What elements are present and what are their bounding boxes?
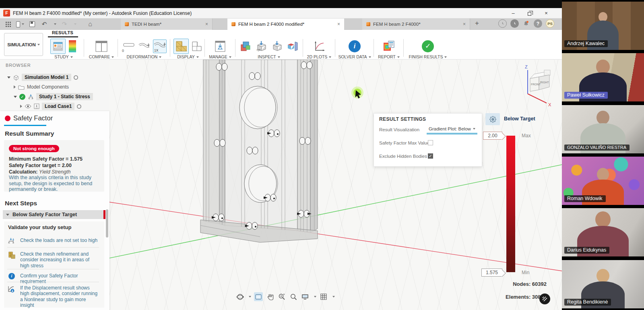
meeting-participants-sidebar: Andrzej Kawalec Paweł Sułkowicz GONZALO … [562,0,644,310]
display-settings-caret-icon[interactable] [314,296,316,298]
report-icon[interactable] [382,39,396,53]
step-nonlinear-study[interactable]: If the Displacement result shows high di… [7,285,99,308]
participant-video[interactable]: Regita Bendikienė [562,260,644,308]
participant-video[interactable]: Paweł Sułkowicz [562,53,644,101]
tab-close-icon[interactable]: × [332,21,340,27]
participant-video[interactable]: Andrzej Kawalec [562,2,644,50]
tree-item-simulation-model[interactable]: Simulation Model 1 [7,72,78,82]
redo-button[interactable] [60,20,68,28]
grid-settings-caret-icon[interactable] [332,296,335,298]
participant-video[interactable]: GONZALO VALIÑO RIESTRA [562,105,644,153]
visibility-radio-icon[interactable] [77,104,81,109]
participant-silhouette [597,111,609,124]
notifications-bell-icon[interactable] [522,19,530,28]
legend-settings-button[interactable] [485,113,500,125]
safety-factor-max-value-checkbox[interactable] [428,140,433,145]
display-bodies-icon[interactable] [191,39,203,53]
exclude-hidden-bodies-checkbox[interactable]: ✓ [428,153,433,159]
result-visualization-dropdown[interactable]: Gradient Plot: Below [427,125,477,134]
save-button[interactable] [28,20,36,28]
minimize-button[interactable]: – [506,8,520,19]
orbit-caret-icon[interactable] [249,296,251,298]
participant-video[interactable]: Roman Wdowik [562,157,644,205]
step-confirm-requirement[interactable]: i Confirm your Safety Factor requirement [7,273,99,285]
participant-name: Roman Wdowik [564,195,606,202]
fusion-app-icon: F [3,10,10,17]
close-button[interactable]: × [539,8,553,19]
dropdown-caret-icon [397,56,400,58]
new-tab-button[interactable]: + [475,19,479,27]
tab-tedi-h-beam[interactable]: TEDI H beam* × [121,19,213,30]
tab-fem-h-beam[interactable]: FEM H beam 2 F4000* × [362,19,470,30]
exclude-hidden-bodies-label: Exclude Hidden Bodies [379,154,427,159]
tab-fem-h-beam-modified[interactable]: FEM H beam 2 F4000 modified* × [227,19,344,30]
pan-icon[interactable] [266,292,275,301]
group-display: DISPLAY [172,38,204,59]
tab-label: TEDI H beam* [132,22,161,27]
redo-caret-icon[interactable] [74,23,76,25]
file-menu-button[interactable] [16,20,24,28]
step-check-mesh[interactable]: Check the mesh refinement and consider i… [7,251,99,269]
tree-item-model-components[interactable]: Model Components [14,82,69,92]
tree-item-load-case1[interactable]: Load Case1 [20,101,81,111]
chevron-down-icon[interactable] [14,96,17,98]
chevron-right-icon[interactable] [20,105,22,108]
chevron-right-icon[interactable] [14,85,16,89]
step-check-loads[interactable]: Check the loads are not set too high [7,238,99,245]
grid-settings-icon[interactable] [319,292,328,301]
ribbon-tab-results[interactable]: RESULTS [52,30,73,35]
compare-icon[interactable] [95,39,108,53]
inspect-probe-xyz-icon[interactable]: xyz [254,39,268,53]
zoom-icon[interactable] [277,292,286,301]
document-cube-icon [366,22,370,26]
deformation-scaled-icon[interactable]: 1X [153,39,167,53]
group-deformation: 0 1X DEFORMATION [120,38,168,59]
participant-video[interactable]: Darius Eidukynas [562,208,644,256]
viewcube-front-face[interactable]: FRONT [531,83,541,86]
job-status-icon[interactable] [498,19,507,28]
viewcube-right-face[interactable]: RIGHT [540,81,549,84]
chevron-down-icon[interactable] [7,76,10,79]
help-icon[interactable]: ? [534,19,542,28]
display-mesh-icon[interactable] [173,39,189,54]
manage-icon[interactable] [213,39,227,53]
solver-data-icon[interactable]: i [348,39,361,53]
user-avatar[interactable]: PS [546,19,554,28]
history-icon[interactable] [510,19,519,28]
deformation-actual-icon[interactable] [137,39,151,53]
undo-caret-icon[interactable] [54,23,56,25]
tree-item-study1[interactable]: ✓ Study 1 - Static Stress [14,92,93,101]
quick-access-toolbar [2,19,94,30]
participant-slot: Darius Eidukynas [562,207,644,258]
fit-icon[interactable] [289,292,298,301]
tab-close-icon[interactable]: × [200,21,208,27]
workspace-selector[interactable]: SIMULATION [4,33,43,56]
study-results-icon[interactable] [50,39,66,54]
2d-plots-icon[interactable] [312,39,326,53]
inspect-probe-icon[interactable] [270,39,284,53]
legend-min-value-tag[interactable]: 1.575 [481,269,502,277]
panel-scrollbar[interactable] [106,209,108,238]
finish-results-icon[interactable]: ✓ [421,39,435,53]
visibility-radio-icon[interactable] [74,75,78,80]
meeting-overlay-button[interactable] [539,293,550,304]
display-settings-icon[interactable] [301,292,310,301]
group-report: REPORT [376,38,402,59]
inspect-legend-icon[interactable] [239,39,252,53]
deformation-undeformed-icon[interactable]: 0 [122,39,135,53]
home-view-button[interactable] [86,20,94,28]
inspect-slice-icon[interactable] [286,39,299,53]
eye-icon[interactable] [25,104,31,109]
view-cube[interactable]: Z X FRONT RIGHT [514,63,562,110]
tab-close-icon[interactable]: × [457,21,466,27]
legend-max-value-tag[interactable]: 2.00 [483,132,502,140]
orbit-icon[interactable] [235,292,244,301]
look-at-icon[interactable] [254,292,263,301]
calculation-line: Calculation: Yield Strength [9,169,70,175]
study-colorbar-icon[interactable] [68,39,77,53]
below-target-group-row[interactable]: Below Safety Factor Target [3,210,105,219]
app-grid-icon[interactable] [4,20,12,28]
restore-button[interactable] [522,8,536,19]
undo-button[interactable] [40,20,48,28]
component-cube-icon [13,74,19,81]
